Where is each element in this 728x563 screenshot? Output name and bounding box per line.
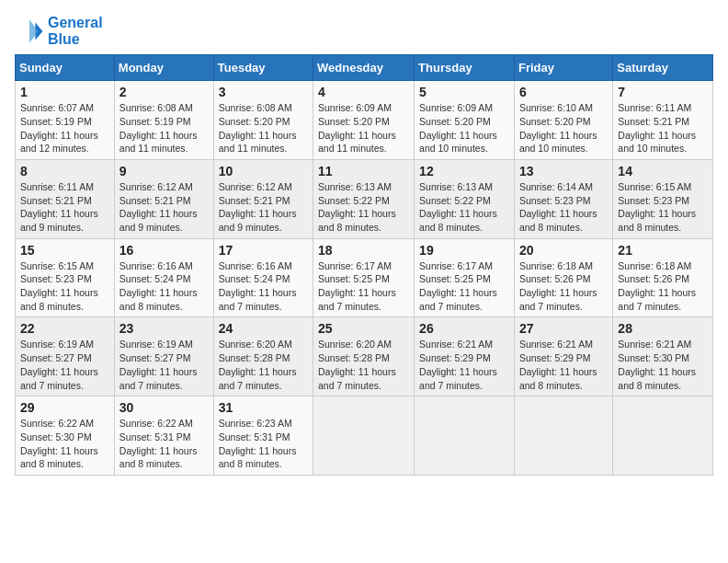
- calendar-cell: 28Sunrise: 6:21 AMSunset: 5:30 PMDayligh…: [613, 317, 713, 396]
- day-number: 17: [219, 243, 308, 258]
- day-info: Sunrise: 6:22 AMSunset: 5:31 PMDaylight:…: [119, 417, 209, 471]
- day-number: 24: [219, 321, 308, 336]
- day-info: Sunrise: 6:14 AMSunset: 5:23 PMDaylight:…: [519, 180, 608, 235]
- day-header-tuesday: Tuesday: [213, 55, 313, 81]
- calendar-cell: 12Sunrise: 6:13 AMSunset: 5:22 PMDayligh…: [415, 159, 515, 238]
- day-number: 16: [119, 243, 209, 258]
- calendar-cell: 11Sunrise: 6:13 AMSunset: 5:22 PMDayligh…: [313, 159, 415, 238]
- day-info: Sunrise: 6:13 AMSunset: 5:22 PMDaylight:…: [419, 180, 509, 235]
- day-number: 23: [119, 321, 209, 336]
- day-info: Sunrise: 6:21 AMSunset: 5:29 PMDaylight:…: [419, 338, 509, 392]
- day-info: Sunrise: 6:21 AMSunset: 5:30 PMDaylight:…: [618, 338, 708, 392]
- day-info: Sunrise: 6:13 AMSunset: 5:22 PMDaylight:…: [318, 180, 409, 235]
- week-row-1: 1Sunrise: 6:07 AMSunset: 5:19 PMDaylight…: [16, 81, 713, 160]
- day-header-wednesday: Wednesday: [313, 55, 415, 81]
- day-header-monday: Monday: [114, 55, 213, 81]
- day-number: 14: [618, 164, 708, 178]
- logo-text: General Blue: [48, 15, 103, 47]
- day-header-sunday: Sunday: [16, 55, 115, 81]
- day-number: 9: [119, 164, 209, 178]
- day-info: Sunrise: 6:22 AMSunset: 5:30 PMDaylight:…: [20, 417, 109, 471]
- svg-marker-1: [29, 19, 39, 43]
- day-info: Sunrise: 6:08 AMSunset: 5:20 PMDaylight:…: [219, 101, 308, 155]
- day-info: Sunrise: 6:10 AMSunset: 5:20 PMDaylight:…: [519, 101, 608, 155]
- week-row-4: 22Sunrise: 6:19 AMSunset: 5:27 PMDayligh…: [16, 317, 713, 396]
- calendar-cell: 30Sunrise: 6:22 AMSunset: 5:31 PMDayligh…: [114, 396, 213, 476]
- day-info: Sunrise: 6:12 AMSunset: 5:21 PMDaylight:…: [119, 180, 209, 235]
- day-info: Sunrise: 6:08 AMSunset: 5:19 PMDaylight:…: [119, 101, 209, 155]
- calendar-cell: 13Sunrise: 6:14 AMSunset: 5:23 PMDayligh…: [514, 159, 612, 238]
- day-info: Sunrise: 6:17 AMSunset: 5:25 PMDaylight:…: [318, 259, 409, 314]
- day-info: Sunrise: 6:16 AMSunset: 5:24 PMDaylight:…: [119, 259, 209, 314]
- calendar-cell: 19Sunrise: 6:17 AMSunset: 5:25 PMDayligh…: [415, 238, 515, 317]
- day-info: Sunrise: 6:19 AMSunset: 5:27 PMDaylight:…: [20, 338, 109, 392]
- day-number: 3: [219, 85, 308, 99]
- day-number: 27: [519, 321, 608, 336]
- day-number: 18: [318, 243, 409, 258]
- calendar-cell: 21Sunrise: 6:18 AMSunset: 5:26 PMDayligh…: [613, 238, 713, 317]
- calendar-cell: 31Sunrise: 6:23 AMSunset: 5:31 PMDayligh…: [213, 396, 313, 476]
- logo: General Blue: [15, 15, 103, 47]
- day-info: Sunrise: 6:09 AMSunset: 5:20 PMDaylight:…: [419, 101, 509, 155]
- calendar-cell: 27Sunrise: 6:21 AMSunset: 5:29 PMDayligh…: [514, 317, 612, 396]
- day-number: 7: [618, 85, 708, 99]
- day-info: Sunrise: 6:11 AMSunset: 5:21 PMDaylight:…: [20, 180, 109, 235]
- day-number: 4: [318, 85, 409, 99]
- day-number: 28: [618, 321, 708, 336]
- calendar-cell: 22Sunrise: 6:19 AMSunset: 5:27 PMDayligh…: [16, 317, 115, 396]
- calendar-cell: 8Sunrise: 6:11 AMSunset: 5:21 PMDaylight…: [16, 159, 115, 238]
- calendar-cell: 29Sunrise: 6:22 AMSunset: 5:30 PMDayligh…: [16, 396, 115, 476]
- week-row-5: 29Sunrise: 6:22 AMSunset: 5:30 PMDayligh…: [16, 396, 713, 476]
- day-number: 2: [119, 85, 209, 99]
- calendar-cell: 26Sunrise: 6:21 AMSunset: 5:29 PMDayligh…: [415, 317, 515, 396]
- day-number: 6: [519, 85, 608, 99]
- calendar-cell: 3Sunrise: 6:08 AMSunset: 5:20 PMDaylight…: [213, 81, 313, 160]
- day-info: Sunrise: 6:23 AMSunset: 5:31 PMDaylight:…: [219, 417, 308, 471]
- calendar-cell: 14Sunrise: 6:15 AMSunset: 5:23 PMDayligh…: [613, 159, 713, 238]
- calendar-cell: 18Sunrise: 6:17 AMSunset: 5:25 PMDayligh…: [313, 238, 415, 317]
- day-info: Sunrise: 6:15 AMSunset: 5:23 PMDaylight:…: [20, 259, 109, 314]
- logo-icon: [15, 17, 44, 46]
- day-number: 13: [519, 164, 608, 178]
- day-info: Sunrise: 6:19 AMSunset: 5:27 PMDaylight:…: [119, 338, 209, 392]
- day-info: Sunrise: 6:11 AMSunset: 5:21 PMDaylight:…: [618, 101, 708, 155]
- day-number: 26: [419, 321, 509, 336]
- day-info: Sunrise: 6:20 AMSunset: 5:28 PMDaylight:…: [219, 338, 308, 392]
- calendar-cell: 25Sunrise: 6:20 AMSunset: 5:28 PMDayligh…: [313, 317, 415, 396]
- day-number: 25: [318, 321, 409, 336]
- calendar-cell: 15Sunrise: 6:15 AMSunset: 5:23 PMDayligh…: [16, 238, 115, 317]
- day-number: 12: [419, 164, 509, 178]
- calendar-cell: [415, 396, 515, 476]
- calendar-cell: 4Sunrise: 6:09 AMSunset: 5:20 PMDaylight…: [313, 81, 415, 160]
- day-info: Sunrise: 6:20 AMSunset: 5:28 PMDaylight:…: [318, 338, 409, 392]
- week-row-2: 8Sunrise: 6:11 AMSunset: 5:21 PMDaylight…: [16, 159, 713, 238]
- day-info: Sunrise: 6:21 AMSunset: 5:29 PMDaylight:…: [519, 338, 608, 392]
- day-number: 1: [20, 85, 109, 99]
- day-number: 22: [20, 321, 109, 336]
- day-number: 15: [20, 243, 109, 258]
- header: General Blue: [15, 15, 713, 47]
- calendar-cell: [514, 396, 612, 476]
- calendar-cell: 5Sunrise: 6:09 AMSunset: 5:20 PMDaylight…: [415, 81, 515, 160]
- calendar-cell: 20Sunrise: 6:18 AMSunset: 5:26 PMDayligh…: [514, 238, 612, 317]
- day-number: 21: [618, 243, 708, 258]
- day-number: 11: [318, 164, 409, 178]
- day-info: Sunrise: 6:18 AMSunset: 5:26 PMDaylight:…: [519, 259, 608, 314]
- day-number: 30: [119, 400, 209, 415]
- day-header-saturday: Saturday: [613, 55, 713, 81]
- calendar-cell: [313, 396, 415, 476]
- header-row: SundayMondayTuesdayWednesdayThursdayFrid…: [16, 55, 713, 81]
- day-info: Sunrise: 6:18 AMSunset: 5:26 PMDaylight:…: [618, 259, 708, 314]
- day-info: Sunrise: 6:12 AMSunset: 5:21 PMDaylight:…: [219, 180, 308, 235]
- day-number: 19: [419, 243, 509, 258]
- calendar-cell: [613, 396, 713, 476]
- calendar-cell: 24Sunrise: 6:20 AMSunset: 5:28 PMDayligh…: [213, 317, 313, 396]
- day-info: Sunrise: 6:17 AMSunset: 5:25 PMDaylight:…: [419, 259, 509, 314]
- day-header-thursday: Thursday: [415, 55, 515, 81]
- day-number: 8: [20, 164, 109, 178]
- day-number: 5: [419, 85, 509, 99]
- day-number: 20: [519, 243, 608, 258]
- calendar-cell: 1Sunrise: 6:07 AMSunset: 5:19 PMDaylight…: [16, 81, 115, 160]
- calendar-cell: 7Sunrise: 6:11 AMSunset: 5:21 PMDaylight…: [613, 81, 713, 160]
- calendar-table: SundayMondayTuesdayWednesdayThursdayFrid…: [15, 54, 713, 476]
